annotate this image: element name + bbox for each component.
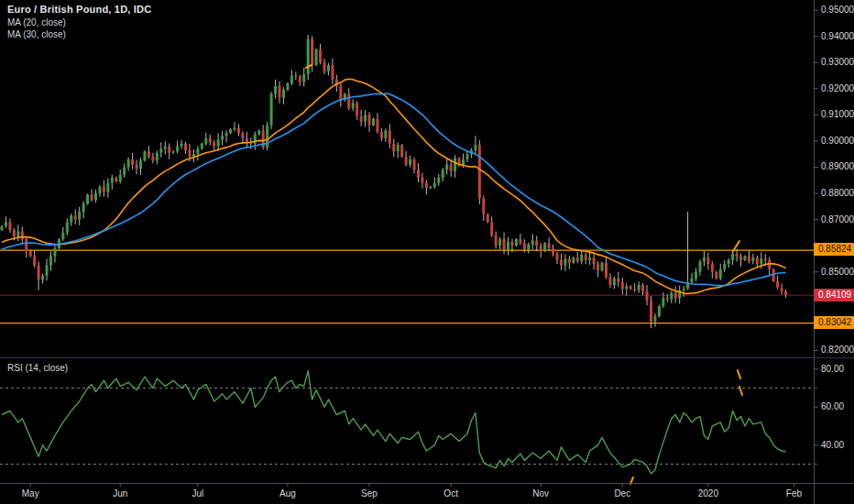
tradingview-chart: Euro / British Pound, 1D, IDC MA (20, cl…	[0, 0, 854, 504]
level-badge-upper[interactable]: 0.85824	[814, 243, 854, 256]
price-axis-label: 0.88000	[821, 188, 854, 199]
rsi-axis-label: 40.00	[821, 440, 854, 451]
level-badge-lower[interactable]: 0.83042	[814, 316, 854, 329]
alert-mark-rsi-upper	[738, 370, 740, 378]
time-axis-label: May	[22, 488, 39, 499]
price-axis-label: 0.85000	[821, 267, 854, 278]
price-axis-label: 0.95000	[821, 5, 854, 16]
rsi-legend[interactable]: RSI (14, close)	[7, 363, 68, 373]
alert-mark-price	[733, 241, 739, 251]
price-axis-label: 0.82000	[821, 345, 854, 356]
price-axis-label: 0.93000	[821, 57, 854, 68]
rsi-axis-label: 80.00	[821, 364, 854, 375]
time-axis-label: Nov	[532, 488, 549, 499]
axis-graphics	[0, 0, 854, 504]
symbol-legend[interactable]: Euro / British Pound, 1D, IDC	[7, 4, 151, 15]
chart-canvas[interactable]	[0, 0, 854, 504]
time-axis-label: Jun	[113, 488, 127, 499]
time-axis-label: Jul	[192, 488, 203, 499]
time-axis-label: Feb	[786, 488, 802, 499]
price-axis-label: 0.87000	[821, 214, 854, 225]
alert-mark-timeaxis	[630, 477, 633, 484]
time-axis-label: Dec	[614, 488, 630, 499]
last-price-badge[interactable]: 0.84109	[814, 289, 854, 301]
price-axis-label: 0.91000	[821, 109, 854, 120]
price-axis-label: 0.94000	[821, 31, 854, 42]
price-axis-label: 0.92000	[821, 83, 854, 94]
time-axis-label: Sep	[361, 488, 378, 499]
price-pane-graphics[interactable]	[0, 35, 814, 484]
price-axis-label: 0.89000	[821, 161, 854, 172]
alert-mark-rsi-lower	[739, 387, 742, 395]
time-axis-label: 2020	[698, 488, 718, 499]
ma30-legend[interactable]: MA (30, close)	[7, 29, 66, 39]
ma20-legend[interactable]: MA (20, close)	[7, 17, 66, 27]
rsi-pane-graphics[interactable]	[0, 371, 814, 474]
rsi-axis-label: 60.00	[821, 401, 854, 412]
time-axis-label: Aug	[279, 488, 296, 499]
time-axis-label: Oct	[443, 488, 458, 499]
price-axis-label: 0.90000	[821, 136, 854, 147]
